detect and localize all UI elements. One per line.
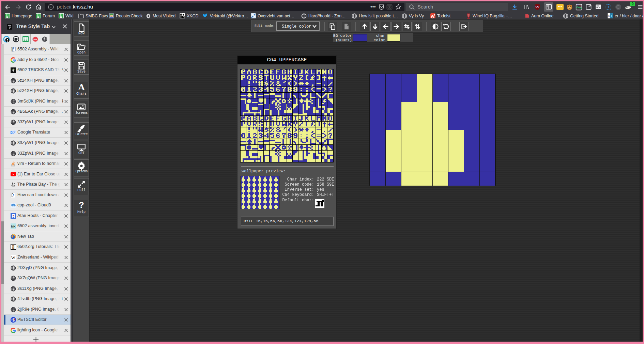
svg-text:G: G (11, 131, 14, 135)
svg-text:o: o (608, 14, 610, 18)
svg-text:UO: UO (535, 5, 539, 8)
svg-text:02: 02 (12, 247, 15, 249)
svg-text:W: W (11, 255, 16, 260)
svg-text:mw: mw (34, 38, 37, 41)
svg-text:NK: NK (11, 224, 16, 228)
svg-text:T: T (611, 14, 612, 18)
